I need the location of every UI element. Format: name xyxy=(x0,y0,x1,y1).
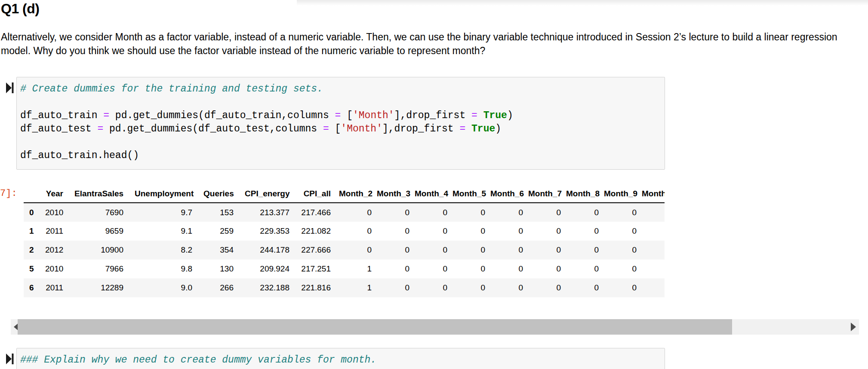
column-header: Queries xyxy=(198,185,239,203)
code-line: ### Explain why we need to create dummy … xyxy=(20,354,661,367)
scrollbar-right-arrow-icon[interactable] xyxy=(851,323,856,331)
table-cell: 229.353 xyxy=(239,222,295,241)
table-cell: 0 xyxy=(563,259,601,278)
table-cell xyxy=(639,259,665,278)
table-cell: 10900 xyxy=(69,241,129,259)
table-cell: 0 xyxy=(450,259,488,278)
table-cell: 2010 xyxy=(40,259,69,278)
table-cell: 0 xyxy=(488,222,526,241)
table-cell: 0 xyxy=(450,241,488,259)
table-cell: 0 xyxy=(601,203,639,222)
table-cell: 244.178 xyxy=(239,241,295,259)
code-line: df_auto_train.head() xyxy=(20,149,661,162)
index-corner-header xyxy=(24,185,40,203)
column-header: ElantraSales xyxy=(69,185,129,203)
table-cell: 0 xyxy=(374,278,412,297)
table-cell: 0 xyxy=(563,222,601,241)
table-cell: 0 xyxy=(374,259,412,278)
table-cell: 0 xyxy=(336,222,374,241)
table-cell: 2010 xyxy=(40,203,69,222)
table-cell: 0 xyxy=(488,278,526,297)
output-prompt: 7]: xyxy=(0,188,17,199)
cell-prompt xyxy=(0,348,16,364)
code-line: df_auto_test = pd.get_dummies(df_auto_te… xyxy=(20,122,661,136)
row-index: 0 xyxy=(24,203,40,222)
code-cell-2: ### Explain why we need to create dummy … xyxy=(0,348,868,369)
run-prompt-icon xyxy=(6,354,14,364)
table-cell: 130 xyxy=(198,259,239,278)
table-cell: 1 xyxy=(336,278,374,297)
table-cell: 9.0 xyxy=(129,278,198,297)
table-cell: 0 xyxy=(526,241,563,259)
dataframe-scroll-viewport[interactable]: YearElantraSalesUnemploymentQueriesCPI_e… xyxy=(24,185,665,297)
column-header: Unemployment xyxy=(129,185,198,203)
table-cell: 9.1 xyxy=(129,222,198,241)
table-cell xyxy=(639,203,665,222)
table-cell: 217.251 xyxy=(295,259,336,278)
table-cell: 0 xyxy=(374,222,412,241)
table-cell: 0 xyxy=(526,203,563,222)
column-header: Month_4 xyxy=(412,185,450,203)
table-cell: 7690 xyxy=(69,203,129,222)
table-cell: 2011 xyxy=(40,222,69,241)
table-cell: 266 xyxy=(198,278,239,297)
cell-prompt xyxy=(0,77,16,93)
row-index: 1 xyxy=(24,222,40,241)
table-cell: 0 xyxy=(563,278,601,297)
table-cell: 7966 xyxy=(69,259,129,278)
code-input-area[interactable]: # Create dummies for the training and te… xyxy=(16,77,665,170)
column-header: Month_10 xyxy=(639,185,665,203)
column-header: Month_3 xyxy=(374,185,412,203)
question-text: Alternatively, we consider Month as a fa… xyxy=(1,30,865,58)
table-cell: 9.8 xyxy=(129,259,198,278)
table-cell: 0 xyxy=(450,203,488,222)
table-cell: 153 xyxy=(198,203,239,222)
table-cell: 0 xyxy=(336,203,374,222)
column-header: Month_9 xyxy=(601,185,639,203)
page-title: Q1 (d) xyxy=(1,1,868,16)
table-cell: 232.188 xyxy=(239,278,295,297)
column-header: CPI_energy xyxy=(239,185,295,203)
table-cell: 0 xyxy=(412,222,450,241)
table-cell: 2012 xyxy=(40,241,69,259)
table-cell xyxy=(639,278,665,297)
table-row: 62011122899.0266232.188221.81610000000 xyxy=(24,278,665,297)
row-index: 2 xyxy=(24,241,40,259)
column-header: Month_8 xyxy=(563,185,601,203)
table-cell: 0 xyxy=(374,203,412,222)
table-cell: 0 xyxy=(488,203,526,222)
table-cell: 1 xyxy=(336,259,374,278)
code-cell-1: # Create dummies for the training and te… xyxy=(0,77,868,170)
table-cell: 0 xyxy=(412,203,450,222)
table-cell: 0 xyxy=(563,241,601,259)
table-cell: 9659 xyxy=(69,222,129,241)
row-index: 5 xyxy=(24,259,40,278)
scrollbar-thumb[interactable] xyxy=(18,319,732,335)
column-header: Month_5 xyxy=(450,185,488,203)
run-prompt-icon xyxy=(6,82,14,93)
table-cell: 221.082 xyxy=(295,222,336,241)
table-cell: 354 xyxy=(198,241,239,259)
table-cell: 0 xyxy=(488,259,526,278)
table-cell: 209.924 xyxy=(239,259,295,278)
column-header: Month_2 xyxy=(336,185,374,203)
table-cell: 0 xyxy=(601,278,639,297)
table-cell: 0 xyxy=(601,222,639,241)
table-cell: 0 xyxy=(526,259,563,278)
code-input-area[interactable]: ### Explain why we need to create dummy … xyxy=(16,348,665,369)
column-header: Month_7 xyxy=(526,185,563,203)
table-cell: 2011 xyxy=(40,278,69,297)
table-row: 0201076909.7153213.377217.46600000000 xyxy=(24,203,665,222)
code-line: # Create dummies for the training and te… xyxy=(20,82,661,96)
horizontal-scrollbar[interactable] xyxy=(11,319,859,335)
table-cell: 0 xyxy=(601,241,639,259)
table-cell: 0 xyxy=(526,222,563,241)
table-cell: 227.666 xyxy=(295,241,336,259)
table-cell: 0 xyxy=(336,241,374,259)
table-cell: 9.7 xyxy=(129,203,198,222)
table-cell: 0 xyxy=(412,278,450,297)
code-line xyxy=(20,136,661,149)
column-header: CPI_all xyxy=(295,185,336,203)
table-row: 1201196599.1259229.353221.08200000000 xyxy=(24,222,665,241)
table-row: 5201079669.8130209.924217.25110000000 xyxy=(24,259,665,278)
